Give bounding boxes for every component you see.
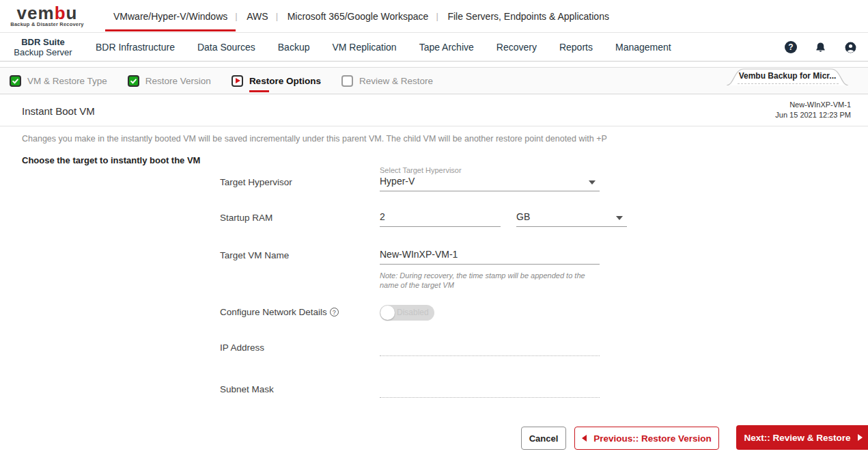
menu-bdr-infrastructure[interactable]: BDR Infrastructure (96, 42, 175, 53)
suite-subtitle: Backup Server (0, 47, 86, 57)
toggle-state-label: Disabled (397, 308, 429, 317)
ip-address-label: IP Address (220, 342, 264, 353)
subnet-mask-input-disabled (380, 387, 600, 398)
restore-point-meta: New-WInXP-VM-1 Jun 15 2021 12:23 PM (775, 100, 851, 120)
tab-aws[interactable]: AWS (237, 0, 277, 32)
vembu-logo[interactable]: vembu Backup & Disaster Recovery (10, 5, 85, 27)
suite-title: BDR Suite (0, 37, 86, 47)
select-target-hypervisor-floating-label: Select Target Hypervisor (380, 166, 462, 174)
suite-switcher[interactable]: BDR Suite Backup Server (0, 37, 86, 57)
target-hypervisor-label: Target Hypervisor (220, 177, 292, 187)
workload-tabs: VMware/Hyper-V/Windows AWS Microsoft 365… (104, 0, 619, 32)
product-tab-label: Vembu Backup for Micr... (726, 71, 849, 81)
product-tab-dashed-divider (738, 83, 839, 84)
restore-vm-name: New-WInXP-VM-1 (775, 100, 851, 110)
configure-network-toggle[interactable]: Disabled (380, 305, 434, 321)
vembu-wordmark: vembu (17, 5, 78, 21)
vembu-bdr-backup-server-app: vembu Backup & Disaster Recovery VMware/… (0, 0, 868, 458)
target-hypervisor-select[interactable]: Hyper-V (380, 176, 600, 191)
restore-timestamp: Jun 15 2021 12:23 PM (775, 110, 851, 120)
menu-recovery[interactable]: Recovery (496, 42, 537, 53)
help-icon[interactable]: ? (785, 41, 797, 53)
question-mark-icon[interactable]: ? (330, 308, 339, 316)
menu-management[interactable]: Management (615, 42, 671, 53)
menu-reports[interactable]: Reports (559, 42, 593, 53)
chevron-down-icon (589, 180, 596, 185)
target-vm-name-input[interactable] (380, 249, 600, 265)
target-vm-name-label: Target VM Name (220, 250, 289, 260)
arrow-left-icon (582, 435, 587, 442)
startup-ram-input[interactable] (380, 211, 501, 227)
ip-address-input-disabled (380, 345, 600, 356)
brand-header: vembu Backup & Disaster Recovery VMware/… (0, 0, 868, 33)
ram-unit-select[interactable]: GB (516, 211, 627, 227)
menu-backup[interactable]: Backup (278, 42, 310, 53)
header-icon-cluster: ? (785, 41, 857, 54)
previous-button[interactable]: Previous:: Restore Version (574, 427, 719, 450)
page-title: Instant Boot VM (22, 105, 95, 117)
startup-ram-label: Startup RAM (220, 213, 272, 223)
configure-network-label: Configure Network Details? (220, 307, 339, 317)
step-review-restore[interactable]: Review & Restore (341, 75, 433, 87)
notifications-bell-icon[interactable] (814, 41, 827, 54)
step-restore-version[interactable]: Restore Version (128, 75, 211, 87)
main-menu: BDR Infrastructure Data Sources Backup V… (96, 42, 671, 53)
vm-name-note: Note: During recovery, the time stamp wi… (380, 271, 597, 290)
account-user-icon[interactable] (844, 41, 857, 54)
step-completed-check-icon (128, 75, 139, 87)
brand-tagline: Backup & Disaster Recovery (10, 21, 83, 27)
subnet-mask-label: Subnet Mask (220, 384, 274, 394)
step-active-play-icon (232, 75, 243, 87)
arrow-right-icon (858, 434, 863, 441)
menu-vm-replication[interactable]: VM Replication (332, 42, 396, 53)
tab-m365-google-workspace[interactable]: Microsoft 365/Google Workspace (278, 0, 438, 32)
step-pending-box-icon (341, 75, 353, 87)
product-nav: BDR Suite Backup Server BDR Infrastructu… (0, 33, 868, 62)
tab-file-servers-endpoints[interactable]: File Servers, Endpoints & Applications (438, 0, 619, 32)
menu-tape-archive[interactable]: Tape Archive (419, 42, 474, 53)
menu-data-sources[interactable]: Data Sources (197, 42, 255, 53)
target-section-heading: Choose the target to instantly boot the … (22, 155, 200, 165)
step-vm-restore-type[interactable]: VM & Restore Type (10, 75, 107, 87)
step-completed-check-icon (10, 75, 21, 87)
next-button[interactable]: Next:: Review & Restore (736, 425, 868, 450)
instant-boot-description: Changes you make in the instantly booted… (22, 134, 607, 144)
tab-vmware-hyperv-windows[interactable]: VMware/Hyper-V/Windows (104, 0, 237, 32)
step-restore-options[interactable]: Restore Options (232, 75, 321, 87)
chevron-down-icon (616, 216, 623, 220)
cancel-button[interactable]: Cancel (521, 427, 566, 450)
page-section-header: Instant Boot VM New-WInXP-VM-1 Jun 15 20… (0, 95, 868, 126)
toggle-knob (380, 306, 395, 320)
